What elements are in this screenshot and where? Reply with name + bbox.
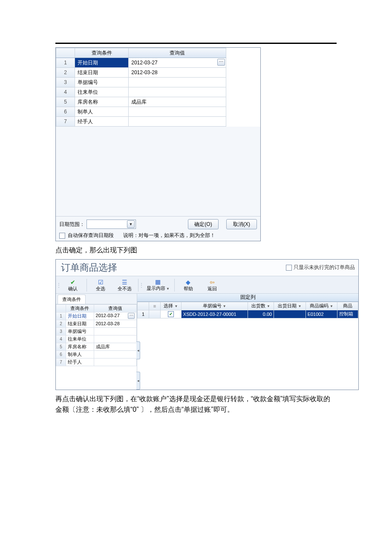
- select-cell[interactable]: ✔: [161, 310, 182, 318]
- table-row[interactable]: 5 库房名称 成品库: [56, 343, 137, 350]
- cond-cell: 制单人: [66, 350, 94, 358]
- rownum: 2: [56, 68, 75, 78]
- rownum: 6: [56, 350, 66, 358]
- confirm-label: 确认: [68, 286, 78, 292]
- cond-cell: 经手人: [66, 358, 94, 366]
- val-cell[interactable]: 成品库: [94, 343, 136, 350]
- ship-date-cell: [274, 310, 306, 318]
- autosave-checkbox[interactable]: [59, 233, 65, 239]
- val-cell[interactable]: 成品库: [129, 97, 226, 107]
- row-checkbox[interactable]: ✔: [168, 311, 174, 317]
- select-all-button[interactable]: ☑ 全选: [89, 277, 112, 293]
- rownum: 1: [138, 310, 149, 318]
- col-condition: 查询条件: [75, 48, 129, 58]
- table-row[interactable]: 1 ✔ XSDD-2012-03-27-00001 0.00 E01002 控制…: [138, 310, 358, 318]
- confirm-button[interactable]: ✔ 确认: [61, 277, 85, 293]
- col-rownum: [56, 48, 75, 58]
- ship-qty-cell: 0.00: [248, 310, 274, 318]
- val-cell[interactable]: [94, 350, 136, 358]
- exit-icon: ⇦: [210, 279, 215, 286]
- date-range-label: 日期范围：: [59, 221, 85, 228]
- query-row[interactable]: 1 开始日期 2012-03-27 ⋯: [56, 58, 226, 68]
- body-text-2: 再点击确认出现下列图，在“收款账户”选择是现金还是银行转款，“收款金额”填写实际…: [55, 393, 337, 415]
- date-picker-button[interactable]: ⋯: [217, 59, 225, 66]
- val-cell[interactable]: 2012-03-28: [129, 68, 226, 78]
- chevron-down-icon: ▼: [223, 304, 226, 308]
- query-row[interactable]: 3 单据编号: [56, 78, 226, 87]
- collapse-left-icon[interactable]: ◂: [136, 341, 140, 359]
- page-top-rule: [55, 43, 337, 44]
- val-cell[interactable]: [129, 107, 226, 117]
- note-label: 说明：对每一项，如果不选，则为全部！: [123, 232, 215, 239]
- back-label: 返回: [208, 286, 217, 292]
- val-cell[interactable]: 2012-03-27 ⋯: [129, 58, 226, 68]
- val-cell[interactable]: 2012-03-28: [94, 320, 136, 327]
- cancel-button[interactable]: 取消(X): [226, 219, 257, 229]
- right-grid-pane: 固定列 ≡ 选择▼ 单据编号▼ 出货数▼ 出货日期▼ 商品编码▼ 商品: [137, 294, 358, 390]
- val-cell[interactable]: [129, 117, 226, 127]
- cond-cell: 往来单位: [75, 87, 129, 97]
- cond-cell: 往来单位: [66, 335, 94, 343]
- only-unfinished-checkbox[interactable]: [286, 265, 292, 271]
- cond-cell: 单据编号: [75, 78, 129, 87]
- display-content-button[interactable]: ▦ 显示内容▼: [144, 277, 173, 293]
- order-grid: ≡ 选择▼ 单据编号▼ 出货数▼ 出货日期▼ 商品编码▼ 商品 1: [137, 302, 358, 318]
- collapse-left-icon[interactable]: ◂: [136, 372, 140, 390]
- val-text: 2012-03-27: [131, 60, 157, 66]
- rownum: 1: [56, 312, 66, 320]
- row-grip-icon[interactable]: [149, 310, 161, 318]
- col-docno[interactable]: 单据编号▼: [181, 302, 248, 310]
- query-row[interactable]: 2 结束日期 2012-03-28: [56, 68, 226, 78]
- val-cell[interactable]: [129, 87, 226, 97]
- col-select[interactable]: 选择▼: [161, 302, 182, 310]
- col-rownum: [56, 304, 66, 312]
- rownum: 4: [56, 335, 66, 343]
- autosave-label: 自动保存查询日期段: [68, 232, 114, 239]
- val-cell[interactable]: [94, 327, 136, 335]
- rownum: 4: [56, 87, 75, 97]
- chevron-down-icon: ▼: [174, 304, 178, 308]
- separator: [86, 279, 87, 292]
- table-row[interactable]: 4 往来单位: [56, 335, 137, 343]
- col-item-code[interactable]: 商品编码▼: [306, 302, 337, 310]
- date-picker-button[interactable]: ⋯: [128, 313, 135, 319]
- chevron-down-icon: ▼: [166, 287, 170, 291]
- query-row[interactable]: 4 往来单位: [56, 87, 226, 97]
- list-icon: ☰: [122, 279, 127, 286]
- select-none-button[interactable]: ☰ 全不选: [112, 277, 136, 293]
- order-item-select-dialog: 订单商品选择 只显示未执行完的订单商品 ⋮ ✔ 确认 ☑ 全选 ☰ 全不选 ⋮: [55, 259, 359, 390]
- val-cell[interactable]: 2012-03-27 ⋯: [94, 312, 136, 320]
- help-button[interactable]: ◆ 帮助: [176, 277, 200, 293]
- val-cell[interactable]: [94, 335, 136, 343]
- check-icon: ✔: [70, 279, 75, 286]
- dialog-blank-area: [56, 127, 260, 216]
- col-val: 查询值: [94, 304, 136, 312]
- col-ship-date[interactable]: 出货日期▼: [274, 302, 306, 310]
- table-row[interactable]: 7 经手人: [56, 358, 137, 366]
- ok-button[interactable]: 确定(O): [188, 219, 219, 229]
- back-button[interactable]: ⇦ 返回: [200, 277, 224, 293]
- rownum: 7: [56, 117, 75, 127]
- table-row[interactable]: 1 开始日期 2012-03-27 ⋯: [56, 312, 137, 320]
- table-row[interactable]: 3 单据编号: [56, 327, 137, 335]
- col-item[interactable]: 商品: [337, 302, 358, 310]
- query-row[interactable]: 5 库房名称 成品库: [56, 97, 226, 107]
- rownum: 1: [56, 58, 75, 68]
- only-unfinished-label: 只显示未执行完的订单商品: [294, 264, 355, 271]
- val-cell[interactable]: [94, 358, 136, 366]
- cond-cell: 库房名称: [75, 97, 129, 107]
- rownum: 5: [56, 343, 66, 350]
- val-cell[interactable]: [129, 78, 226, 87]
- query-row[interactable]: 6 制单人: [56, 107, 226, 117]
- separator: [138, 279, 138, 292]
- col-ship-qty[interactable]: 出货数▼: [248, 302, 274, 310]
- rownum: 5: [56, 97, 75, 107]
- docno-cell: XSDD-2012-03-27-00001: [181, 310, 248, 318]
- tab-conditions[interactable]: 查询条件: [58, 295, 86, 304]
- select-none-label: 全不选: [118, 286, 132, 292]
- table-row[interactable]: 2 结束日期 2012-03-28: [56, 320, 137, 327]
- query-row[interactable]: 7 经手人: [56, 117, 226, 127]
- left-condition-table: 查询条件 查询值 1 开始日期 2012-03-27 ⋯: [56, 304, 137, 366]
- date-range-combo[interactable]: ▼: [86, 220, 136, 229]
- table-row[interactable]: 6 制单人: [56, 350, 137, 358]
